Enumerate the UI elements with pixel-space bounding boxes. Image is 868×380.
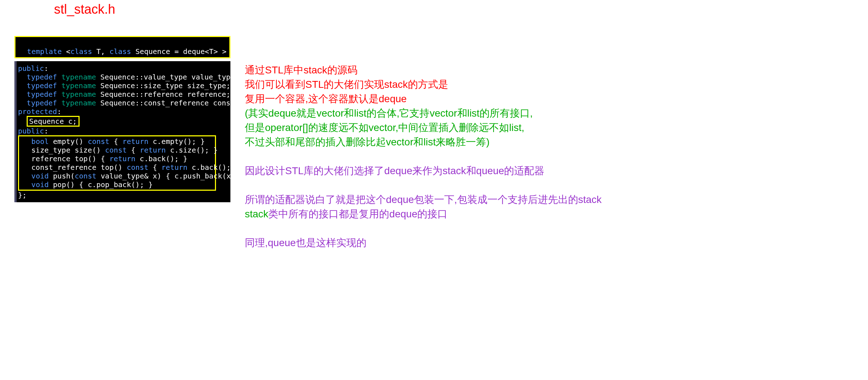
- explain-line: 但是operator[]的速度远不如vector,中间位置插入删除远不如list…: [245, 121, 602, 135]
- code-class-body: public: typedef typename Sequence::value…: [14, 61, 230, 202]
- kw-public: public: [18, 127, 44, 135]
- kw-return: return: [161, 163, 187, 172]
- explanation-text: 通过STL库中stack的源码 我们可以看到STL的大佬们实现stack的方式是…: [245, 63, 602, 250]
- file-title: stl_stack.h: [54, 2, 115, 17]
- kw-template: template: [27, 47, 62, 56]
- kw-public: public: [18, 64, 44, 73]
- kw-bool: bool: [31, 137, 49, 146]
- explain-line: 我们可以看到STL的大佬们实现stack的方式是: [245, 77, 602, 92]
- fn-pop: pop() { c.pop_back(); }: [49, 180, 153, 189]
- spacer: [245, 149, 602, 164]
- kw-typename: typename: [61, 90, 96, 99]
- code-template-declaration: template <class T, class Sequence = dequ…: [14, 36, 230, 58]
- kw-return: return: [122, 137, 148, 146]
- kw-const: const: [75, 172, 96, 180]
- highlighted-member: Sequence c;: [27, 116, 79, 127]
- brace: {: [127, 146, 140, 154]
- kw-typedef: typedef: [27, 99, 57, 107]
- fn-empty-sig: empty(): [49, 137, 87, 146]
- kw-typename: typename: [61, 99, 96, 107]
- kw-typedef: typedef: [27, 81, 57, 90]
- spacer: [245, 178, 602, 193]
- explain-line: 通过STL库中stack的源码: [245, 63, 602, 77]
- kw-return: return: [109, 154, 135, 163]
- kw-typename: typename: [61, 81, 96, 90]
- end-brace: };: [18, 191, 27, 199]
- fn-push-body: value_type& x) { c.push_back(x); }: [96, 172, 248, 180]
- kw-class: class: [109, 47, 131, 56]
- fn-size-body: c.size(); }: [166, 146, 218, 154]
- explain-line: 不过头部和尾部的插入删除比起vector和list来略胜一筹): [245, 135, 602, 149]
- kw-protected: protected: [18, 107, 57, 116]
- fn-top-body: c.back(); }: [135, 154, 188, 163]
- colon: :: [57, 107, 61, 116]
- typedef-size-type: Sequence::size_type size_type;: [96, 81, 230, 90]
- colon: :: [44, 127, 48, 135]
- member-sequence-c: Sequence c;: [29, 117, 77, 126]
- fn-size-sig: size_type size(): [23, 146, 105, 154]
- brace: {: [109, 137, 122, 146]
- inline-purple: 类中所有的接口都是复用的deque的接口: [268, 208, 448, 220]
- kw-return: return: [140, 146, 166, 154]
- brace: {: [148, 163, 161, 172]
- explain-line: 复用一个容器,这个容器默认是deque: [245, 92, 602, 106]
- explain-line: 所谓的适配器说白了就是把这个deque包装一下,包装成一个支持后进先出的stac…: [245, 193, 602, 207]
- kw-const: const: [127, 163, 148, 172]
- inline-green: stack: [245, 208, 268, 220]
- explain-line: 同理,queue也是这样实现的: [245, 236, 602, 250]
- param-seq: Sequence = deque<T> >: [131, 47, 226, 56]
- gutter-bar: [14, 61, 17, 202]
- kw-void: void: [31, 172, 49, 180]
- param-t: T,: [92, 47, 109, 56]
- bracket: <: [62, 47, 70, 56]
- colon: :: [44, 64, 48, 73]
- kw-typedef: typedef: [27, 73, 57, 81]
- highlighted-methods: bool empty() const { return c.empty(); }…: [18, 135, 216, 191]
- kw-const: const: [105, 146, 127, 154]
- fn-top-sig: reference top() {: [23, 154, 109, 163]
- spacer: [245, 221, 602, 236]
- explain-line: stack类中所有的接口都是复用的deque的接口: [245, 207, 602, 221]
- kw-typename: typename: [61, 73, 96, 81]
- typedef-reference: Sequence::reference reference;: [96, 90, 230, 99]
- fn-top-const-body: c.back(); }: [188, 163, 240, 172]
- explain-line: 因此设计STL库的大佬们选择了deque来作为stack和queue的适配器: [245, 164, 602, 178]
- kw-typedef: typedef: [27, 90, 57, 99]
- kw-void: void: [31, 180, 49, 189]
- typedef-value-type: Sequence::value_type value_type;: [96, 73, 239, 81]
- kw-class: class: [71, 47, 92, 56]
- kw-const: const: [88, 137, 109, 146]
- explain-line: (其实deque就是vector和list的合体,它支持vector和list的…: [245, 106, 602, 121]
- fn-empty-body: c.empty(); }: [148, 137, 205, 146]
- fn-push-name: push(: [49, 172, 75, 180]
- fn-top-const-sig: const_reference top(): [23, 163, 127, 172]
